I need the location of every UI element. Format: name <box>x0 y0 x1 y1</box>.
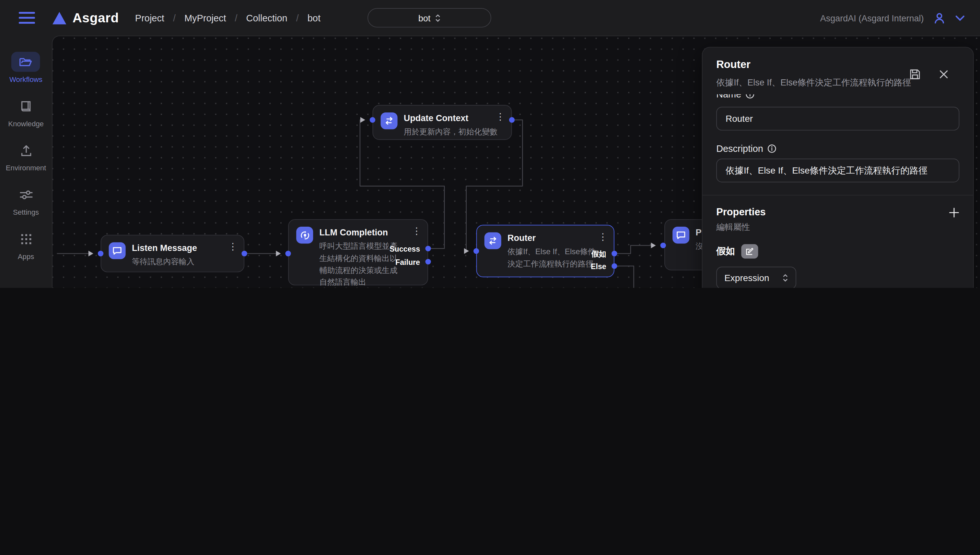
sidebar: Workflows Knowledge Environment Settings <box>0 35 52 288</box>
panel-description: 依據If、Else If、Else條件決定工作流程執行的路徑 <box>716 76 922 89</box>
port-router-else[interactable] <box>611 263 617 269</box>
node-config-panel: Router 依據If、Else If、Else條件決定工作流程執行的路徑 Na… <box>702 47 974 288</box>
node-menu-icon[interactable]: ⋮ <box>412 226 421 236</box>
close-icon[interactable] <box>940 70 948 79</box>
book-icon <box>12 96 40 116</box>
port-listen-out[interactable] <box>241 250 247 256</box>
info-icon <box>768 144 776 153</box>
node-menu-icon[interactable]: ⋮ <box>228 242 238 251</box>
property-name: 假如 <box>716 245 735 257</box>
sidebar-item-settings[interactable]: Settings <box>12 185 40 216</box>
chat-bubble-icon <box>109 242 126 259</box>
node-menu-icon[interactable]: ⋮ <box>598 231 608 241</box>
info-icon <box>746 94 755 98</box>
account-label: AsgardAI (Asgard Internal) <box>820 13 924 23</box>
app-window: Asgard Project/ MyProject/ Collection/ b… <box>0 0 980 288</box>
port-llm-success[interactable] <box>425 246 431 251</box>
node-update-context[interactable]: Update Context 用於更新內容，初始化變數 ⋮ <box>372 105 512 140</box>
breadcrumb-collection[interactable]: Collection <box>246 13 288 23</box>
port-push1-in[interactable] <box>660 242 666 248</box>
top-bar: Asgard Project/ MyProject/ Collection/ b… <box>0 0 980 35</box>
node-title: Listen Message <box>132 242 197 253</box>
swap-arrows-icon <box>380 112 397 129</box>
port-router-if[interactable] <box>611 250 617 256</box>
name-label: Name <box>716 94 959 99</box>
properties-title: Properties <box>716 207 766 218</box>
port-update-out[interactable] <box>509 117 515 123</box>
select-chevrons-icon <box>435 13 441 22</box>
swap-arrows-icon <box>484 232 501 249</box>
app-logo: Asgard <box>53 10 119 25</box>
node-listen-message[interactable]: Listen Message 等待訊息內容輸入 ⋮ <box>100 235 245 272</box>
apps-grid-icon <box>12 229 40 249</box>
node-llm-completion[interactable]: LLM Completion 呼叫大型語言模型並產生結構化的資料輸出以輔助流程的… <box>288 219 428 285</box>
description-input[interactable] <box>716 159 959 182</box>
sidebar-item-knowledge[interactable]: Knowledge <box>8 96 44 127</box>
properties-subtitle: 編輯屬性 <box>716 222 959 233</box>
node-title: Update Context <box>404 112 497 124</box>
port-router-in[interactable] <box>473 249 479 254</box>
breadcrumb-bot[interactable]: bot <box>307 13 320 23</box>
sidebar-item-environment[interactable]: Environment <box>6 141 46 172</box>
port-llm-failure[interactable] <box>425 259 431 264</box>
node-subtitle: 等待訊息內容輸入 <box>132 256 197 268</box>
port-listen-in[interactable] <box>98 250 103 256</box>
workflow-selector[interactable]: bot <box>367 8 491 27</box>
output-label-else: Else <box>591 262 606 271</box>
output-label-failure: Failure <box>395 258 420 266</box>
llm-cycle-icon <box>296 227 313 244</box>
scroll-clip: Name <box>716 94 959 102</box>
condition-type-select[interactable]: Expression <box>716 266 796 288</box>
logo-triangle-icon <box>53 12 66 24</box>
node-router[interactable]: Router 依據If、Else If、Else條件決定工作流程執行的路徑 ⋮ … <box>476 225 615 277</box>
hamburger-menu-icon[interactable] <box>19 12 35 24</box>
breadcrumb-myproject[interactable]: MyProject <box>184 13 226 23</box>
name-input[interactable] <box>716 107 959 130</box>
brand-name: Asgard <box>72 10 119 25</box>
breadcrumb: Project/ MyProject/ Collection/ bot <box>135 13 320 23</box>
chat-bubble-icon <box>673 227 689 244</box>
sliders-icon <box>12 185 40 205</box>
chevron-down-icon[interactable] <box>955 14 965 21</box>
sidebar-item-apps[interactable]: Apps <box>12 229 40 260</box>
description-label: Description <box>716 143 959 154</box>
port-update-in[interactable] <box>370 117 375 123</box>
node-subtitle: 用於更新內容，初始化變數 <box>404 126 497 138</box>
user-icon[interactable] <box>932 11 946 25</box>
node-title: Router <box>507 232 602 244</box>
node-title: LLM Completion <box>319 227 402 238</box>
breadcrumb-project[interactable]: Project <box>135 13 164 23</box>
select-chevrons-icon <box>783 274 788 282</box>
node-menu-icon[interactable]: ⋮ <box>496 112 505 121</box>
save-icon[interactable] <box>909 69 921 80</box>
port-llm-in[interactable] <box>285 250 291 256</box>
output-label-success: Success <box>389 245 420 253</box>
node-subtitle: 依據If、Else If、Else條件決定工作流程執行的路徑 <box>507 246 602 270</box>
section-divider <box>703 195 973 196</box>
edit-property-button[interactable] <box>741 244 758 258</box>
sidebar-item-workflows[interactable]: Workflows <box>10 52 42 83</box>
output-label-if: 假如 <box>591 249 606 260</box>
add-property-icon[interactable] <box>949 207 959 218</box>
folder-icon <box>12 52 40 72</box>
upload-icon <box>12 141 40 160</box>
